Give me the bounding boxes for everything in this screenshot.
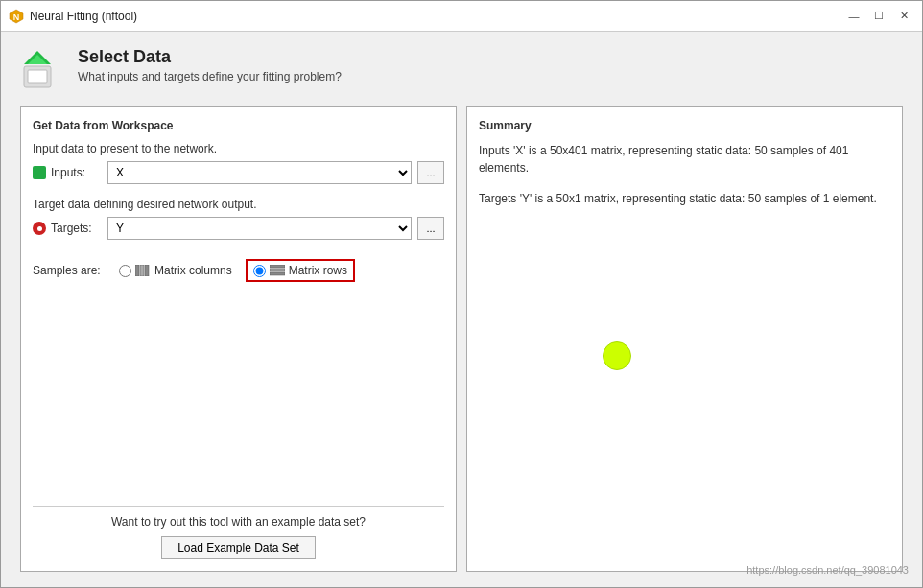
matrix-columns-label: Matrix columns [135, 264, 232, 277]
matrix-rows-label: Matrix rows [270, 264, 347, 277]
bottom-area: Want to try out this tool with an exampl… [33, 506, 444, 559]
load-example-button[interactable]: Load Example Data Set [161, 536, 316, 559]
matrix-rows-radio-input[interactable] [253, 265, 266, 277]
maximize-button[interactable]: ☐ [868, 8, 889, 25]
samples-label: Samples are: [33, 264, 109, 277]
inputs-summary: Inputs 'X' is a 50x401 matrix, represent… [479, 142, 890, 176]
targets-browse-button[interactable]: ... [417, 217, 444, 240]
right-panel: Summary Inputs 'X' is a 50x401 matrix, r… [466, 106, 903, 572]
select-data-icon [20, 47, 64, 91]
close-button[interactable]: ✕ [893, 8, 914, 25]
inputs-section-label: Input data to present to the network. [33, 142, 444, 155]
targets-icon [33, 222, 46, 235]
radio-group: Matrix columns [119, 259, 355, 282]
inputs-icon [33, 166, 46, 179]
svg-rect-9 [270, 265, 285, 268]
svg-text:N: N [13, 12, 20, 22]
page-header-text: Select Data What inputs and targets defi… [78, 47, 342, 83]
minimize-button[interactable]: — [843, 8, 864, 25]
left-panel-title: Get Data from Workspace [33, 119, 444, 132]
matrix-rows-radio[interactable]: Matrix rows [253, 264, 347, 277]
targets-section-label: Target data defining desired network out… [33, 198, 444, 211]
targets-summary: Targets 'Y' is a 50x1 matrix, representi… [479, 190, 890, 207]
svg-rect-11 [270, 272, 285, 275]
matrix-rows-icon [270, 265, 285, 276]
targets-row: Targets: Y ... [33, 217, 444, 240]
matrix-columns-radio-input[interactable] [119, 265, 131, 277]
bottom-text: Want to try out this tool with an exampl… [111, 515, 366, 529]
matrix-columns-icon [135, 265, 151, 276]
svg-rect-8 [145, 265, 149, 276]
page-title: Select Data [78, 47, 342, 67]
page-header: Select Data What inputs and targets defi… [20, 47, 903, 91]
title-bar: N Neural Fitting (nftool) — ☐ ✕ [1, 1, 922, 32]
inputs-dropdown[interactable]: X [107, 161, 412, 184]
svg-rect-10 [270, 269, 285, 271]
inputs-row: Inputs: X ... [33, 161, 444, 184]
svg-rect-6 [135, 265, 139, 276]
inputs-browse-button[interactable]: ... [417, 161, 444, 184]
left-panel: Get Data from Workspace Input data to pr… [20, 106, 457, 572]
right-panel-content: Inputs 'X' is a 50x401 matrix, represent… [479, 142, 890, 559]
targets-dropdown[interactable]: Y [107, 217, 412, 240]
samples-row: Samples are: Matrix columns [33, 259, 444, 282]
matrix-rows-highlight: Matrix rows [246, 259, 355, 282]
inputs-label: Inputs: [51, 166, 85, 179]
svg-rect-7 [140, 265, 144, 276]
title-text: Neural Fitting (nftool) [30, 10, 137, 23]
matrix-columns-radio[interactable]: Matrix columns [119, 264, 232, 277]
window-controls: — ☐ ✕ [843, 8, 914, 25]
page-subtitle: What inputs and targets define your fitt… [78, 70, 342, 83]
right-panel-title: Summary [479, 119, 890, 132]
app-icon: N [9, 9, 24, 24]
watermark: https://blog.csdn.net/qq_39081043 [746, 564, 909, 576]
svg-rect-3 [28, 70, 47, 83]
targets-label: Targets: [51, 222, 92, 235]
